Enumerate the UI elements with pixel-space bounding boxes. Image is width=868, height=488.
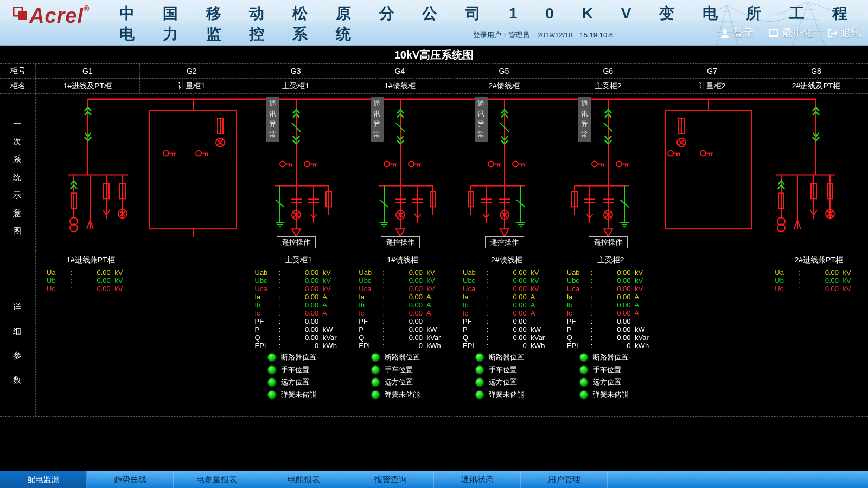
main-area: 10kV高压系统图 柜号 G1 G2 G3 G4 G5 G6 G7 G8 柜名 … (0, 46, 868, 471)
nav-4[interactable]: 报警查询 (347, 471, 434, 488)
param-line: PF:0.00 (567, 317, 655, 325)
param-line: PF:0.00 (255, 317, 343, 325)
row-label-params: 详细参数 (0, 251, 36, 416)
param-line: PF:0.00 (463, 317, 551, 325)
row-label-diagram: 一次系统示意图 (0, 94, 36, 251)
param-line: Ib:0.00 A (359, 301, 446, 309)
status-line: 断路器位置 (463, 352, 551, 362)
login-button[interactable]: 登录 (720, 26, 754, 40)
brand-text: Acrel (29, 4, 84, 27)
status-dot-icon (268, 391, 276, 399)
cab-no-g3: G3 (244, 64, 348, 78)
status-line: 远方位置 (255, 377, 343, 387)
params-g5: 2#馈线柜Uab:0.00 kVUbc:0.00 kVUca:0.00 kVIa… (452, 251, 556, 416)
nav-1[interactable]: 趋势曲线 (87, 471, 174, 488)
remote-btn-g3[interactable]: 遥控操作 (277, 236, 316, 248)
param-line: Uc:0.00 kV (775, 285, 863, 293)
status-dot-icon (580, 366, 588, 374)
param-line: EPI:0 kWh (567, 342, 655, 350)
remote-btn-g6[interactable]: 遥控操作 (589, 236, 628, 248)
nav-5[interactable]: 通讯状态 (434, 471, 521, 488)
param-line: Ic:0.00 A (359, 309, 446, 317)
param-line: Ubc:0.00 kV (463, 277, 551, 285)
param-line: Ubc:0.00 kV (255, 277, 343, 285)
param-line: Uab:0.00 kV (255, 268, 343, 277)
status-line: 手车位置 (463, 365, 551, 375)
cab-name-g1: 1#进线及PT柜 (36, 79, 140, 93)
param-line: Uab:0.00 kV (359, 268, 446, 277)
status-line: 断路器位置 (359, 352, 446, 362)
nav-6[interactable]: 用户管理 (521, 471, 608, 488)
status-dot-icon (268, 378, 276, 386)
param-line: Ib:0.00 A (463, 301, 551, 309)
status-dot-icon (268, 366, 276, 374)
cabinet-number-row: 柜号 G1 G2 G3 G4 G5 G6 G7 G8 (0, 63, 868, 79)
minimize-button[interactable]: 最小化 (769, 26, 813, 40)
exit-button[interactable]: 退出 (828, 26, 861, 40)
param-line: Uca:0.00 kV (255, 285, 343, 293)
status-dot-icon (476, 366, 483, 374)
svg-point-2 (723, 29, 727, 34)
params-g8: 2#进线兼PT柜Ua:0.00 kVUb:0.00 kVUc:0.00 kV (764, 251, 868, 416)
app-header: Acrel® 中 国 移 动 松 原 分 公 司 1 0 K V 变 电 所 工… (0, 0, 868, 46)
params-area: 详细参数 1#进线兼PT柜Ua:0.00 kVUb:0.00 kVUc:0.00… (0, 251, 868, 417)
footer-nav: 配电监测趋势曲线电参量报表电能报表报警查询通讯状态用户管理 (0, 471, 868, 488)
params-g6: 主受柜2Uab:0.00 kVUbc:0.00 kVUca:0.00 kVIa:… (556, 251, 660, 416)
param-line: Ubc:0.00 kV (567, 277, 655, 285)
remote-btn-g4[interactable]: 遥控操作 (381, 236, 420, 248)
status-line: 远方位置 (567, 377, 655, 387)
param-line: Ia:0.00 A (255, 293, 343, 301)
status-dot-icon (268, 354, 276, 361)
remote-btn-g5[interactable]: 遥控操作 (485, 236, 524, 248)
param-line: Uca:0.00 kV (567, 285, 655, 293)
cab-name-g8: 2#进线及PT柜 (764, 79, 868, 93)
nav-0[interactable]: 配电监测 (0, 471, 87, 488)
param-line: Ia:0.00 A (463, 293, 551, 301)
status-line: 登录用户：管理员 2019/12/18 15:19:10.6 (473, 30, 613, 40)
param-line: Ib:0.00 A (255, 301, 343, 309)
param-line: P:0.00 kW (255, 325, 343, 333)
cab-name-g4: 1#馈线柜 (348, 79, 452, 93)
cab-name-g7: 计量柜2 (660, 79, 764, 93)
svg-diagram: 通讯异常 通讯异常 通讯异常 通讯异常 遥控操作 遥控操作 遥控操作 遥控操作 (36, 94, 868, 251)
param-line: Ic:0.00 A (463, 309, 551, 317)
status-line: 弹簧未储能 (567, 390, 655, 400)
status-line: 断路器位置 (567, 352, 655, 362)
status-dot-icon (372, 366, 379, 374)
comm-error-g3: 通讯异常 (266, 97, 279, 142)
param-line: EPI:0 kWh (255, 342, 343, 350)
param-line: Uab:0.00 kV (463, 268, 551, 277)
comm-error-g5: 通讯异常 (475, 97, 488, 142)
status-line: 弹簧未储能 (463, 390, 551, 400)
status-dot-icon (476, 354, 483, 361)
param-line: Ic:0.00 A (567, 309, 655, 317)
status-line: 远方位置 (463, 377, 551, 387)
cab-no-g8: G8 (764, 64, 868, 78)
single-line-diagram: 一次系统示意图 (0, 94, 868, 251)
param-line: Ia:0.00 A (359, 293, 446, 301)
params-g6-title: 主受柜2 (567, 255, 655, 265)
user-icon (720, 28, 730, 38)
row-label-cabno: 柜号 (0, 64, 36, 78)
param-line: Ic:0.00 A (255, 309, 343, 317)
cab-name-g3: 主受柜1 (244, 79, 348, 93)
status-dot-icon (476, 391, 483, 399)
param-line: P:0.00 kW (567, 325, 655, 333)
cab-name-g6: 主受柜2 (556, 79, 660, 93)
status-dot-icon (372, 354, 379, 361)
status-line: 手车位置 (255, 365, 343, 375)
param-line: P:0.00 kW (359, 325, 446, 333)
cab-no-g1: G1 (36, 64, 140, 78)
row-label-cabname: 柜名 (0, 79, 36, 93)
nav-2[interactable]: 电参量报表 (174, 471, 260, 488)
param-line: PF:0.00 (359, 317, 446, 325)
params-g5-title: 2#馈线柜 (463, 255, 551, 265)
cab-no-g4: G4 (348, 64, 452, 78)
brand-logo: Acrel® (13, 4, 90, 28)
brand-mark-icon (13, 2, 27, 16)
cab-name-g5: 2#馈线柜 (452, 79, 557, 93)
status-dot-icon (580, 378, 588, 386)
param-line: Ua:0.00 kV (775, 268, 863, 277)
status-line: 弹簧未储能 (359, 390, 446, 400)
nav-3[interactable]: 电能报表 (260, 471, 347, 488)
